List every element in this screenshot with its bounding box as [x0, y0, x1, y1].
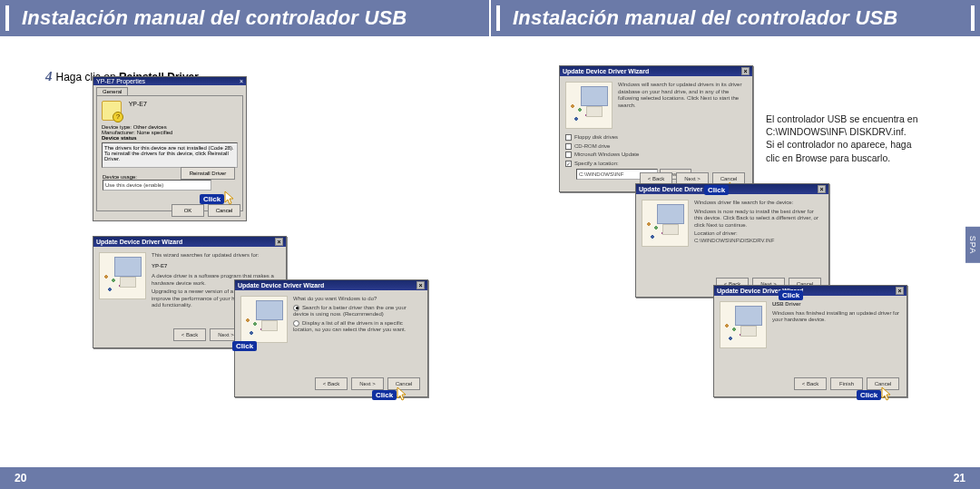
properties-title: YP-E7 Properties	[96, 78, 145, 84]
check-cdrom[interactable]	[565, 143, 572, 150]
side-note: El controlador USB se encuentra en C:\WI…	[766, 112, 929, 164]
close-icon[interactable]: ×	[416, 281, 425, 289]
close-icon[interactable]: ×	[896, 287, 904, 295]
usage-select[interactable]: Use this device (enable)	[103, 180, 211, 191]
radio-list[interactable]	[293, 320, 299, 327]
properties-tab-general[interactable]: General	[96, 87, 128, 95]
wizard2-opt1: Search for a better driver than the one …	[293, 305, 407, 318]
click-label: Click	[200, 194, 224, 204]
close-icon[interactable]: ×	[818, 185, 826, 193]
wizard3-chk3: Microsoft Windows Update	[574, 152, 639, 157]
device-icon	[102, 101, 122, 121]
wizard1-title: Update Device Driver Wizard	[96, 239, 182, 245]
click-label: Click	[857, 390, 881, 400]
header-row: Instalación manual del controlador USB I…	[0, 0, 980, 36]
wizard2-title: Update Device Driver Wizard	[238, 282, 324, 289]
note-line2: C:\WINDOWS\INF\ DISKDRV.inf.	[766, 125, 929, 138]
note-line3: Si el controlador no aparece, haga	[766, 138, 929, 151]
close-icon[interactable]: ×	[275, 238, 283, 246]
wizard-dialog-2: Update Device Driver Wizard× What do you…	[234, 279, 428, 397]
check-floppy[interactable]	[565, 134, 572, 141]
wizard-illustration	[99, 252, 146, 299]
cursor-icon	[879, 386, 896, 403]
status-label: Device status	[102, 135, 238, 141]
wizard-illustration	[720, 301, 767, 348]
header-right: Instalación manual del controlador USB	[491, 0, 980, 36]
page-right: Update Device Driver Wizard× Windows wil…	[490, 53, 955, 460]
back-button[interactable]: < Back	[315, 377, 348, 390]
page-spread: 4Haga clic en Reinstall Driver. YP-E7 Pr…	[0, 36, 980, 467]
page-number-left: 20	[15, 472, 26, 484]
wizard3-chk2: CD-ROM drive	[574, 143, 610, 149]
wizard-dialog-4: Update Device Driver Wizard× Windows dri…	[635, 183, 829, 298]
close-icon[interactable]: ×	[240, 78, 243, 84]
page-left: 4Haga clic en Reinstall Driver. YP-E7 Pr…	[25, 53, 490, 460]
note-line1: El controlador USB se encuentra en	[766, 112, 929, 125]
wizard-dialog-5: Update Device Driver Wizard× USB Driver …	[713, 285, 907, 397]
header-right-title: Instalación manual del controlador USB	[513, 6, 897, 30]
mfr-value: None specified	[137, 130, 173, 135]
click-callout-1: Click	[200, 191, 239, 207]
wizard3-title: Update Device Driver Wizard	[563, 68, 649, 74]
wizard-illustration	[565, 82, 612, 129]
status-text: The drivers for this device are not inst…	[104, 145, 234, 161]
wizard3-chk1: Floppy disk drives	[574, 134, 618, 140]
click-label: Click	[779, 290, 803, 300]
header-left-title: Instalación manual del controlador USB	[22, 6, 407, 30]
device-name: YP-E7	[129, 101, 147, 107]
cursor-icon	[222, 191, 239, 207]
step-number: 4	[45, 69, 53, 83]
click-callout-6: Click	[857, 386, 896, 403]
back-button[interactable]: < Back	[173, 328, 206, 341]
check-specify[interactable]	[565, 161, 572, 167]
language-tab: SPA	[965, 226, 980, 262]
radio-recommended[interactable]	[293, 305, 299, 311]
click-callout-3: Click	[372, 386, 411, 403]
note-line4: clic en Browse para buscarlo.	[766, 152, 929, 164]
cursor-icon	[395, 386, 411, 403]
wizard-illustration	[240, 296, 288, 343]
wizard3-chk4: Specify a location:	[574, 161, 619, 166]
wizard2-opt2: Display a list of all the drivers in a s…	[293, 320, 406, 333]
click-label: Click	[704, 185, 729, 195]
wizard-illustration	[642, 200, 689, 247]
page-number-right: 21	[954, 472, 965, 484]
wizard-dialog-3: Update Device Driver Wizard× Windows wil…	[559, 65, 753, 192]
back-button[interactable]: < Back	[794, 377, 827, 390]
click-label: Click	[372, 390, 397, 400]
close-icon[interactable]: ×	[741, 67, 750, 75]
header-left: Instalación manual del controlador USB	[0, 0, 491, 36]
footer: 20 21	[0, 467, 980, 489]
check-winupdate[interactable]	[565, 152, 572, 158]
click-label: Click	[232, 341, 257, 351]
